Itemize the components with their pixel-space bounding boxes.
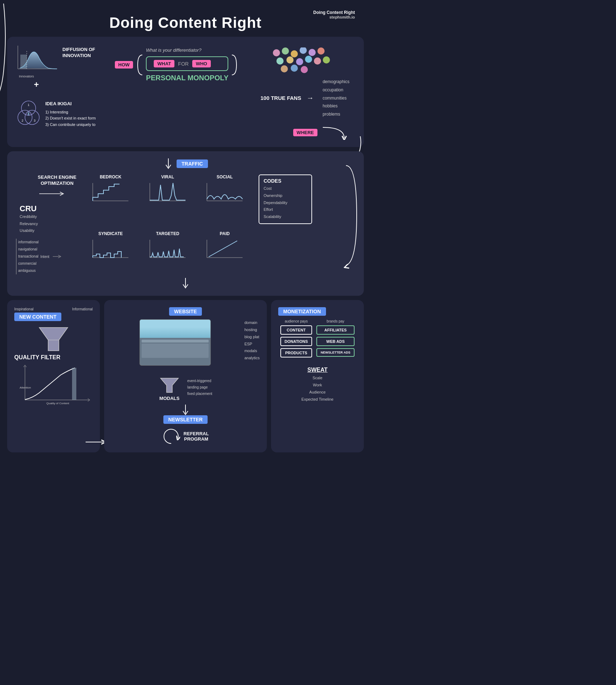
modals-list: event-triggered landing page fixed place…	[187, 378, 212, 397]
svg-point-15	[317, 47, 325, 55]
brace-left	[136, 54, 143, 76]
ikigai-point-2: 2) Doesn't exist in exact form	[45, 115, 96, 122]
intent-item: ambiguous	[18, 267, 39, 274]
personal-monopoly-label: PERSONAL MONOPOLY	[146, 74, 228, 82]
intent-list: informational navigational transactional…	[16, 239, 39, 274]
codes-item: Dependability	[264, 199, 307, 207]
chart-targeted-label: TARGETED	[156, 231, 179, 236]
referral-arrow-svg	[162, 427, 180, 445]
funnel-area	[14, 324, 93, 352]
referral-label: REFERRALPROGRAM	[184, 431, 209, 442]
subtitle-site: stephsmith.io	[313, 15, 355, 19]
modals-funnel-svg	[159, 376, 180, 394]
traffic-top-row: BEDROCK VIRAL	[87, 174, 355, 224]
ikigai-point-1: 1) Interesting	[45, 109, 96, 116]
website-item: domain	[244, 319, 260, 326]
mono-content-btn: CONTENT	[280, 325, 312, 335]
section-traffic: TRAFFIC SEARCH ENGINEOPTIMIZATION CRU	[7, 151, 364, 296]
demo-item: occupation	[322, 86, 349, 94]
demo-item: communities	[322, 94, 349, 102]
svg-point-22	[281, 65, 288, 72]
right-arrow-svg	[332, 162, 360, 269]
how-tag: HOW	[115, 61, 133, 68]
chart-social-svg	[205, 181, 244, 203]
svg-point-14	[309, 49, 316, 56]
modals-item: event-triggered	[187, 378, 212, 384]
codes-box: CODES Cost Ownership Dependability Effor…	[259, 174, 312, 224]
svg-point-24	[301, 66, 308, 73]
chart-paid: PAID	[202, 231, 248, 259]
page-title: Doing Content Right	[7, 9, 364, 33]
what-tag: WHAT	[154, 60, 174, 67]
chart-bedrock: BEDROCK	[87, 174, 134, 203]
chart-bedrock-label: BEDROCK	[100, 174, 122, 179]
svg-text:1: 1	[27, 103, 29, 107]
svg-point-18	[296, 58, 303, 65]
demo-item: problems	[322, 110, 349, 118]
traffic-label: TRAFFIC	[177, 159, 208, 168]
codes-title: CODES	[264, 178, 307, 184]
codes-item: Ownership	[264, 192, 307, 199]
modals-funnel: MODALS	[159, 376, 180, 401]
mono-donations-btn: DONATIONS	[280, 337, 312, 346]
intent-item: navigational	[18, 246, 39, 253]
svg-point-16	[276, 57, 284, 65]
traffic-bottom-row: SYNDICATE TARGETED	[87, 231, 355, 259]
svg-point-13	[300, 47, 307, 54]
website-content: domain hosting blog plat ESP modals anal…	[111, 319, 260, 371]
diffusion-label: DIFFUSION OF INNOVATION	[62, 47, 98, 59]
axis-labels-top: Inspirational Informational	[14, 307, 93, 311]
website-screenshot	[139, 319, 211, 366]
down-arrow-svg	[180, 278, 191, 289]
large-curve-svg	[0, 0, 7, 125]
chart-syndicate-label: SYNDICATE	[98, 231, 123, 236]
chart-paid-svg	[205, 238, 244, 259]
website-item: ESP	[244, 341, 260, 348]
svg-point-17	[286, 56, 294, 64]
seo-arrow	[37, 190, 66, 197]
svg-text:Quality of Content: Quality of Content	[46, 402, 70, 405]
demo-item: hobbies	[322, 102, 349, 110]
big-curve-arrow	[332, 162, 360, 270]
top-right: 100 TRUE FANS → demographics occupation …	[255, 44, 355, 140]
ikigai-container: 1 2 3 IDEA IKIGAI 1) Interesting 2) Does…	[16, 100, 98, 128]
sweat-item: Audience	[278, 389, 357, 396]
subtitle-brand: Doing Content Right	[313, 10, 355, 15]
cru-item-0: Credibility	[20, 213, 87, 220]
svg-point-11	[282, 47, 289, 55]
chart-social-label: SOCIAL	[217, 174, 233, 179]
svg-rect-46	[72, 368, 76, 400]
svg-point-20	[314, 57, 321, 65]
ikigai-text: IDEA IKIGAI 1) Interesting 2) Doesn't ex…	[45, 100, 96, 128]
cru-title: CRU	[20, 204, 87, 213]
where-row: WHERE	[255, 126, 355, 140]
where-tag: WHERE	[293, 129, 317, 136]
brands-pays-col: brands pay AFFILIATES WEB ADS NEWSLETTER…	[316, 319, 355, 360]
innovators-label: Innovators	[19, 75, 59, 78]
chart-targeted: TARGETED	[144, 231, 191, 259]
plus-sign: +	[34, 80, 98, 90]
sweat-item: Work	[278, 382, 357, 389]
top-left: Innovators DIFFUSION OF INNOVATION +	[16, 44, 98, 128]
cru-item-1: Relevancy	[20, 220, 87, 228]
quality-filter-label: QUALITY FILTER	[14, 354, 93, 361]
traffic-arrow-in	[163, 158, 174, 169]
audience-pays-header: audience pays	[280, 319, 312, 323]
demo-item: demographics	[322, 78, 349, 86]
cru-box: CRU Credibility Relevancy Usability	[20, 204, 87, 234]
ikigai-point-3: 3) Can contribute uniquely to	[45, 122, 96, 128]
traffic-seo-area: SEARCH ENGINEOPTIMIZATION CRU Credibilit…	[16, 174, 87, 274]
page-wrapper: Doing Content Right Doing Content Right …	[0, 0, 371, 460]
for-text: FOR	[178, 61, 189, 67]
website-items-list: domain hosting blog plat ESP modals anal…	[244, 319, 260, 362]
ikigai-title: IDEA IKIGAI	[45, 100, 96, 108]
website-item: modals	[244, 347, 260, 355]
svg-point-23	[291, 65, 298, 72]
newsletter-arrow-svg	[86, 438, 107, 446]
diff-question: What is your differentiator?	[146, 47, 228, 53]
intent-area: informational navigational transactional…	[16, 239, 87, 274]
svg-text:Attention: Attention	[20, 386, 31, 389]
codes-item: Cost	[264, 185, 307, 192]
website-items-area: domain hosting blog plat ESP modals anal…	[244, 319, 260, 371]
intent-label: Intent	[40, 255, 49, 259]
